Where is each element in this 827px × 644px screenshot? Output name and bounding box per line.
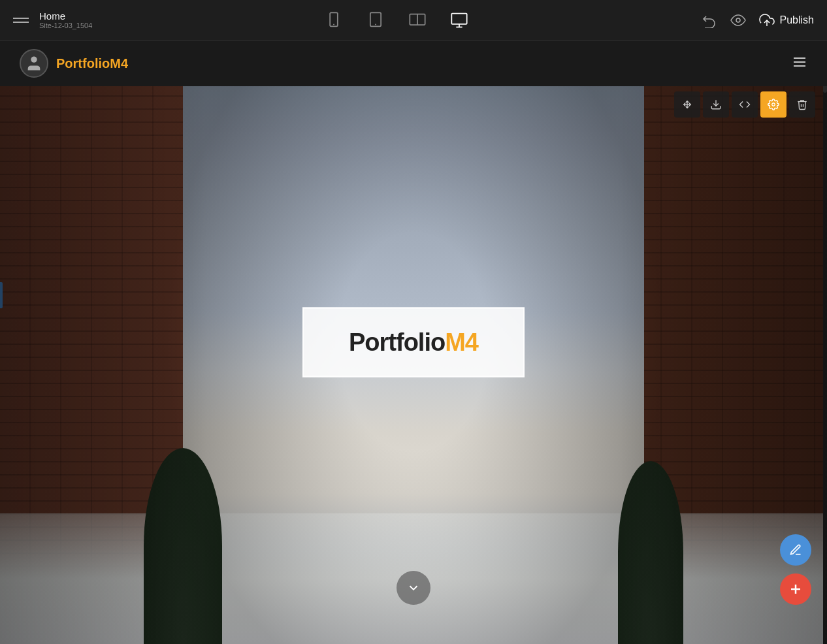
site-info: Home Site-12-03_1504 <box>39 10 92 29</box>
svg-point-9 <box>736 18 740 22</box>
chevron-down-icon <box>406 581 421 595</box>
add-fab-button[interactable] <box>780 573 811 605</box>
edit-icon <box>789 543 802 556</box>
svg-point-1 <box>333 24 334 25</box>
download-icon <box>710 99 722 110</box>
logo-part1: Portfolio <box>349 329 445 356</box>
undo-icon <box>702 12 717 28</box>
block-controls <box>674 91 815 118</box>
hero-logo-box: PortfolioM4 <box>302 308 525 378</box>
svg-point-3 <box>375 24 376 25</box>
publish-icon <box>759 12 775 28</box>
site-navbar: PortfolioM4 <box>0 40 827 86</box>
eye-icon <box>730 12 746 28</box>
cloud-upload-icon <box>759 12 775 28</box>
site-subtitle: Site-12-03_1504 <box>39 22 92 29</box>
edit-fab-button[interactable] <box>780 534 811 566</box>
toolbar-left: Home Site-12-03_1504 <box>13 10 92 29</box>
hamburger-menu[interactable] <box>13 18 29 23</box>
trash-icon <box>796 99 808 110</box>
site-brand-name: PortfolioM4 <box>56 56 128 71</box>
hero-logo-text: PortfolioM4 <box>336 329 491 357</box>
gear-icon <box>768 99 779 110</box>
tablet-device-button[interactable] <box>363 7 389 33</box>
website-preview: PortfolioM4 PortfolioM4 <box>0 40 827 644</box>
split-icon <box>408 11 427 29</box>
move-icon <box>681 99 693 110</box>
desktop-icon <box>450 11 468 29</box>
site-menu-icon <box>792 54 807 70</box>
tablet-icon <box>366 11 385 29</box>
logo-part2: M4 <box>445 329 478 356</box>
top-toolbar: Home Site-12-03_1504 <box>0 0 827 40</box>
mobile-icon <box>325 11 343 29</box>
scroll-down-button[interactable] <box>397 571 430 605</box>
avatar-icon <box>25 54 43 72</box>
block-download-button[interactable] <box>703 91 729 118</box>
block-code-button[interactable] <box>732 91 758 118</box>
device-switcher <box>321 7 472 33</box>
plus-icon <box>788 581 803 597</box>
avatar <box>20 49 48 78</box>
site-title: Home <box>39 10 92 22</box>
svg-rect-6 <box>452 13 467 24</box>
mobile-device-button[interactable] <box>321 7 347 33</box>
site-brand: PortfolioM4 <box>20 49 128 78</box>
block-settings-button[interactable] <box>760 91 786 118</box>
main-content: PortfolioM4 PortfolioM4 <box>0 40 827 644</box>
split-view-button[interactable] <box>404 7 430 33</box>
code-icon <box>739 99 751 110</box>
toolbar-right: Publish <box>702 12 814 28</box>
svg-point-11 <box>31 57 37 63</box>
block-delete-button[interactable] <box>789 91 815 118</box>
undo-button[interactable] <box>702 12 717 28</box>
site-hamburger-button[interactable] <box>792 54 807 72</box>
svg-point-18 <box>772 103 775 106</box>
desktop-device-button[interactable] <box>446 7 472 33</box>
block-move-button[interactable] <box>674 91 700 118</box>
preview-button[interactable] <box>730 12 746 28</box>
publish-button[interactable]: Publish <box>759 12 814 28</box>
publish-label: Publish <box>780 14 814 26</box>
